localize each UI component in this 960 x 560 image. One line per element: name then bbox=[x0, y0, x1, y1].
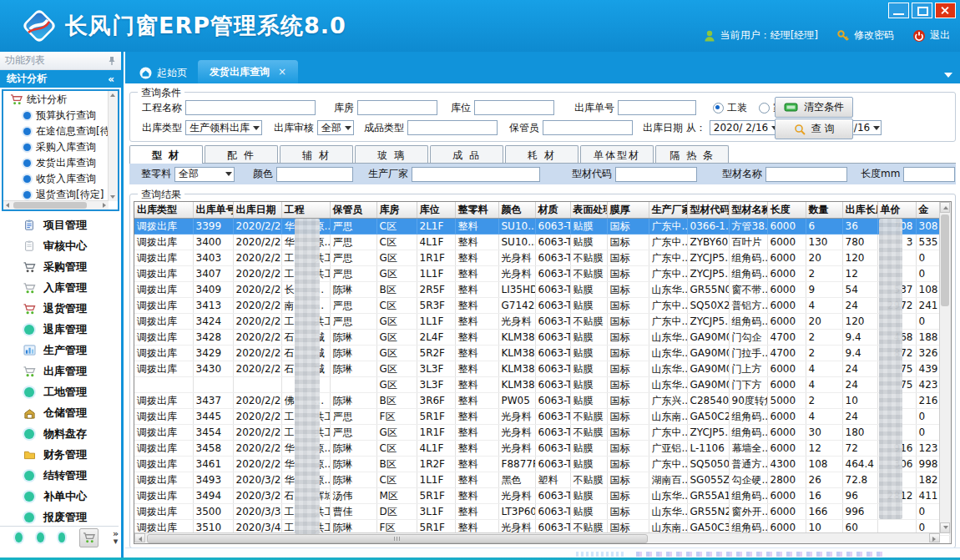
table-row[interactable]: 调拨出库34002020/2/25华 原...严思C区4L1F整料SU10...… bbox=[134, 235, 949, 250]
sidebar-overflow-button[interactable]: »▾ bbox=[113, 530, 119, 545]
maximize-button[interactable] bbox=[912, 3, 932, 18]
cart-shortcut-button[interactable] bbox=[79, 528, 99, 547]
sidebar-item[interactable]: 入库管理 bbox=[0, 277, 121, 298]
column-header[interactable]: 整零料 bbox=[455, 202, 498, 219]
table-row[interactable]: 调拨出库34542020/2/28工 共工程严思G区1R1F整料光身料6063-… bbox=[134, 425, 949, 441]
table-row[interactable]: 调拨出库35002020/3/3工 共工程曹佳D区3L1F整料LT3P60606… bbox=[134, 504, 949, 520]
table-row[interactable]: G区3L3F整料KLM38176063-T5贴膜国标山东华...GA90M09.… bbox=[134, 377, 949, 393]
keeper-input[interactable] bbox=[543, 120, 633, 135]
sidebar-item[interactable]: 退库管理 bbox=[0, 319, 121, 340]
table-row[interactable]: 调拨出库34582020/2/28华 原...陈琳C区4L1F整料光身料6063… bbox=[134, 441, 949, 457]
column-header[interactable]: 材质 bbox=[535, 202, 570, 219]
sidebar-item[interactable]: 仓储管理 bbox=[0, 402, 121, 423]
column-header[interactable]: 生产厂家 bbox=[649, 202, 687, 219]
tree-item[interactable]: 采购入库查询 bbox=[3, 139, 118, 155]
column-header[interactable]: 型材名称 bbox=[729, 202, 767, 219]
column-header[interactable]: 库房 bbox=[376, 202, 417, 219]
column-header[interactable]: 膜厚 bbox=[607, 202, 649, 219]
search-button[interactable]: 查 询 bbox=[775, 119, 853, 139]
sidebar-item[interactable]: 退货管理 bbox=[0, 298, 121, 319]
sidebar-item[interactable]: 项目管理 bbox=[0, 214, 121, 235]
sidebar-item[interactable]: 财务管理 bbox=[0, 444, 121, 465]
tree-item[interactable]: 收货入库查询 bbox=[3, 171, 118, 187]
product-type-input[interactable] bbox=[407, 120, 498, 135]
warehouse-input[interactable] bbox=[357, 100, 437, 115]
change-password-button[interactable]: 修改密码 bbox=[836, 28, 894, 43]
tree-horizontal-scrollbar[interactable] bbox=[3, 200, 109, 209]
circle-icon[interactable] bbox=[37, 532, 44, 542]
material-tab[interactable]: 配 件 bbox=[205, 145, 278, 163]
tree-vertical-scrollbar[interactable] bbox=[108, 91, 118, 201]
table-row[interactable]: 调拨出库34072020/2/25工 共工程严思G区1L1F整料光身料6063-… bbox=[134, 266, 949, 282]
circle-icon[interactable] bbox=[58, 532, 66, 542]
material-tab[interactable]: 耗 材 bbox=[505, 145, 579, 163]
sidebar-item[interactable]: 补单中心 bbox=[0, 486, 121, 507]
sidebar-item[interactable]: 出库管理 bbox=[0, 361, 121, 381]
audit-select[interactable]: 全部 bbox=[317, 120, 354, 135]
column-header[interactable]: 表面处理 bbox=[570, 202, 607, 219]
tab-home[interactable]: 起始页 bbox=[129, 63, 198, 83]
table-row[interactable]: 调拨出库34132020/2/26南 ...严思C区5R3F整料G7142260… bbox=[134, 298, 949, 314]
column-header[interactable]: 出库长度 bbox=[842, 202, 877, 219]
color-input[interactable] bbox=[276, 167, 353, 182]
table-row[interactable]: 调拨出库34242020/2/26工 共工程严思G区1L1F整料光身料6063-… bbox=[134, 314, 949, 330]
table-row[interactable]: 调拨出库34942020/3/2石 辉城汤伟M区5R1F整料光身料6063-T5… bbox=[134, 488, 949, 504]
sidebar-item[interactable]: 工地管理 bbox=[0, 381, 121, 402]
order-no-input[interactable] bbox=[618, 100, 696, 115]
table-horizontal-scrollbar[interactable] bbox=[134, 532, 940, 543]
sidebar-item[interactable]: 结转管理 bbox=[0, 465, 121, 486]
manufacturer-input[interactable] bbox=[412, 167, 540, 182]
logout-button[interactable]: 退出 bbox=[912, 28, 950, 43]
sidebar-item[interactable]: 生产管理 bbox=[0, 340, 121, 361]
scrollbar-thumb[interactable] bbox=[941, 214, 949, 306]
material-tab[interactable]: 玻 璃 bbox=[355, 145, 428, 163]
material-tab[interactable]: 单体型材 bbox=[580, 145, 654, 163]
date-from-select[interactable]: 2020/ 2/16 bbox=[710, 120, 780, 135]
collapse-icon[interactable]: « bbox=[108, 73, 114, 85]
tab-close-icon[interactable]: × bbox=[278, 66, 286, 78]
column-header[interactable]: 保管员 bbox=[330, 202, 376, 219]
close-button[interactable] bbox=[935, 3, 956, 18]
stat-section-header[interactable]: 统计分析 « bbox=[0, 70, 121, 88]
profile-code-input[interactable] bbox=[615, 167, 697, 182]
tree-item[interactable]: 在途信息查询[待定] bbox=[3, 124, 118, 139]
minimize-button[interactable] bbox=[888, 3, 909, 18]
table-row[interactable]: 调拨出库34032020/2/25工 共工程严思G区1R1F整料光身料6063-… bbox=[134, 250, 949, 266]
tree-item[interactable]: 发货出库查询 bbox=[3, 155, 118, 171]
column-header[interactable]: 库位 bbox=[417, 202, 455, 219]
tree-item[interactable]: 预算执行查询 bbox=[3, 108, 118, 124]
table-row[interactable]: 调拨出库34282020/2/26石 城陈琳G区2L4F整料KLM3817606… bbox=[134, 330, 949, 346]
out-type-select[interactable]: 生产领料出库 bbox=[185, 120, 262, 135]
table-row[interactable]: 调拨出库34372020/2/27佛 ...陈琳B区3R6F整料PW056063… bbox=[134, 393, 949, 409]
column-header[interactable]: 出库类型 bbox=[134, 202, 193, 219]
table-row[interactable]: 调拨出库34302020/2/26石 城陈琳G区3L3F整料KLM3817606… bbox=[134, 361, 949, 377]
column-header[interactable]: 工程 bbox=[281, 202, 330, 219]
sidebar-item[interactable]: 报废管理 bbox=[0, 507, 121, 527]
scrollbar-thumb[interactable] bbox=[13, 202, 87, 209]
table-row[interactable]: 调拨出库33992020/2/25华 原...严思C区2L1F整料SU10...… bbox=[134, 219, 949, 235]
tab-active[interactable]: 发货出库查询 × bbox=[198, 60, 298, 83]
length-input[interactable] bbox=[903, 167, 955, 182]
column-header[interactable]: 单价 bbox=[877, 202, 916, 219]
sidebar-item[interactable]: 审核中心 bbox=[0, 235, 121, 256]
clear-conditions-button[interactable]: 清空条件 bbox=[775, 97, 853, 118]
material-tab[interactable]: 型 材 bbox=[129, 145, 203, 164]
tree-root[interactable]: 统计分析 bbox=[3, 91, 118, 108]
radio-gongzhuang[interactable]: 工装 bbox=[713, 101, 747, 115]
location-input[interactable] bbox=[474, 100, 554, 115]
table-row[interactable]: 调拨出库34092020/2/25长 ...陈琳B区2R5F整料LI35HD60… bbox=[134, 282, 949, 298]
table-row[interactable]: 调拨出库34292020/2/26石 城陈琳G区5R2F整料KLM3817606… bbox=[134, 346, 949, 361]
profile-name-input[interactable] bbox=[765, 167, 847, 182]
project-name-input[interactable] bbox=[185, 100, 316, 115]
table-row[interactable]: 调拨出库34452020/2/27工 共工程严思F区5R1F整料光身料6063-… bbox=[134, 409, 949, 425]
column-header[interactable]: 型材代码 bbox=[687, 202, 729, 219]
circle-icon[interactable] bbox=[15, 532, 23, 542]
column-header[interactable]: 数量 bbox=[806, 202, 842, 219]
tab-list-dropdown-icon[interactable] bbox=[944, 73, 952, 78]
column-header[interactable]: 颜色 bbox=[498, 202, 535, 219]
material-tab[interactable]: 辅 材 bbox=[280, 145, 353, 163]
sidebar-item[interactable]: 物料盘存 bbox=[0, 423, 121, 444]
column-header[interactable]: 出库日期 bbox=[233, 202, 281, 219]
column-header[interactable]: 出库单号 bbox=[193, 202, 233, 219]
column-header[interactable]: 长度 bbox=[767, 202, 806, 219]
